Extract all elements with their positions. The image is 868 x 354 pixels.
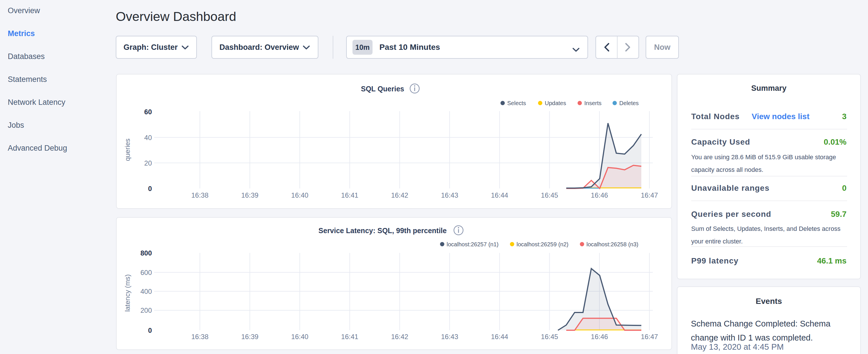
svg-text:16:47: 16:47 [641, 191, 658, 199]
svg-text:20: 20 [144, 159, 152, 167]
svg-text:16:46: 16:46 [591, 333, 608, 341]
svg-text:16:39: 16:39 [241, 333, 258, 341]
svg-text:16:38: 16:38 [191, 191, 208, 199]
svg-text:16:46: 16:46 [591, 191, 608, 199]
svg-text:Inserts: Inserts [584, 100, 601, 106]
svg-text:16:44: 16:44 [491, 333, 508, 341]
svg-text:600: 600 [141, 269, 152, 277]
svg-text:Deletes: Deletes [619, 100, 639, 106]
svg-text:16:45: 16:45 [541, 333, 558, 341]
svg-text:40: 40 [144, 134, 152, 141]
svg-text:60: 60 [144, 108, 152, 116]
svg-text:16:43: 16:43 [441, 333, 458, 341]
svg-text:16:38: 16:38 [191, 333, 208, 341]
svg-text:16:45: 16:45 [541, 191, 558, 199]
svg-text:SQL Queries: SQL Queries [361, 85, 404, 93]
svg-text:400: 400 [141, 288, 152, 295]
svg-text:16:41: 16:41 [341, 333, 358, 341]
svg-text:Updates: Updates [545, 100, 566, 106]
svg-text:localhost:26257 (n1): localhost:26257 (n1) [447, 241, 499, 248]
svg-text:0: 0 [148, 326, 152, 334]
svg-text:800: 800 [141, 249, 152, 257]
svg-text:localhost:26259 (n2): localhost:26259 (n2) [517, 241, 568, 248]
svg-text:16:41: 16:41 [341, 191, 358, 199]
svg-text:latency (ms): latency (ms) [124, 275, 131, 312]
svg-text:16:42: 16:42 [391, 333, 408, 341]
svg-text:localhost:26258 (n3): localhost:26258 (n3) [587, 241, 639, 248]
svg-text:queries: queries [124, 139, 131, 161]
svg-text:Selects: Selects [507, 100, 526, 106]
svg-text:0: 0 [148, 185, 152, 192]
svg-text:16:42: 16:42 [391, 191, 408, 199]
svg-text:Service Latency: SQL, 99th per: Service Latency: SQL, 99th percentile [318, 227, 446, 234]
svg-text:16:43: 16:43 [441, 191, 458, 199]
svg-text:16:47: 16:47 [641, 333, 658, 341]
svg-text:16:39: 16:39 [241, 191, 258, 199]
svg-text:16:40: 16:40 [291, 333, 308, 341]
svg-text:16:40: 16:40 [291, 191, 308, 199]
svg-text:200: 200 [141, 307, 152, 314]
svg-text:16:44: 16:44 [491, 191, 508, 199]
